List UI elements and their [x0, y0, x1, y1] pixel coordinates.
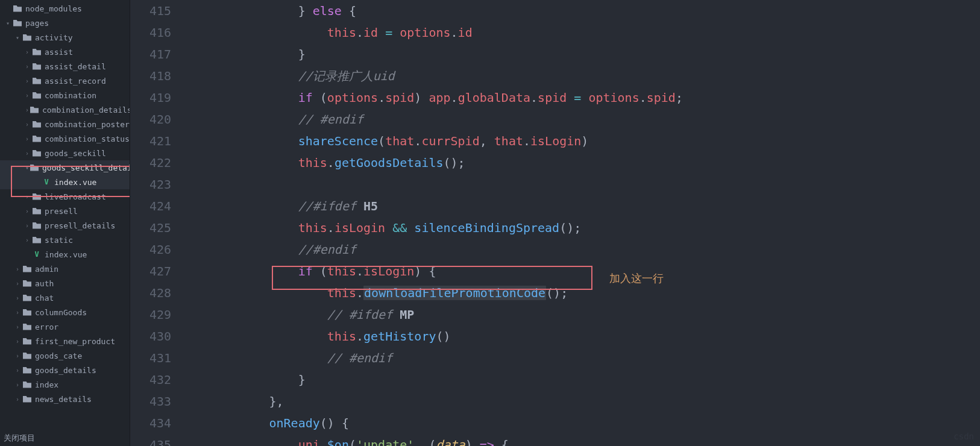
tree-item-auth[interactable]: ›auth	[0, 276, 130, 291]
tree-item-label: presell_details	[45, 221, 115, 230]
tree-item-news-details[interactable]: ›news_details	[0, 392, 130, 406]
expand-arrow-icon[interactable]: ›	[16, 396, 22, 403]
expand-arrow-icon[interactable]: ›	[16, 295, 22, 301]
line-number-gutter: 4154164174184194204214224234244254264274…	[130, 0, 182, 446]
tree-item-goods-details[interactable]: ›goods_details	[0, 363, 130, 377]
code-line-l416[interactable]: this.id = options.id	[182, 22, 980, 43]
watermark: csdn	[953, 432, 974, 441]
tree-item-combination-poster[interactable]: ›combination_poster	[0, 117, 130, 131]
expand-arrow-icon[interactable]: ›	[25, 222, 31, 229]
close-project-label[interactable]: 关闭项目	[0, 430, 130, 446]
folder-icon	[23, 337, 31, 345]
folder-icon	[13, 19, 22, 27]
tree-item-assist[interactable]: ›assist	[0, 45, 130, 59]
annotation-text: 加入这一行	[609, 271, 664, 286]
tree-item-index-vue[interactable]: Vindex.vue	[0, 247, 130, 262]
code-line-l433[interactable]: },	[182, 391, 980, 412]
tree-item-combination-details[interactable]: ›combination_details	[0, 102, 130, 117]
tree-item-label: pages	[25, 19, 49, 28]
tree-item-liveBroadcast[interactable]: ›liveBroadcast	[0, 189, 130, 204]
expand-arrow-icon[interactable]: ›	[16, 367, 22, 374]
code-line-l428[interactable]: this.downloadFilePromotionCode();	[182, 282, 980, 304]
expand-arrow-icon[interactable]: ›	[25, 193, 31, 200]
code-line-l421[interactable]: shareScence(that.currSpid, that.isLogin)	[182, 130, 980, 152]
code-line-l430[interactable]: this.getHistory()	[182, 325, 980, 347]
code-line-l418[interactable]: //记录推广人uid	[182, 65, 980, 87]
code-line-l415[interactable]: } else {	[182, 0, 980, 22]
tree-item-label: combination	[45, 91, 96, 100]
expand-arrow-icon[interactable]: ▾	[25, 165, 29, 171]
tree-item-node-modules[interactable]: node_modules	[0, 1, 130, 16]
expand-arrow-icon[interactable]: ›	[25, 121, 31, 128]
code-line-l425[interactable]: this.isLogin && silenceBindingSpread();	[182, 217, 980, 239]
code-editor[interactable]: 4154164174184194204214224234244254264274…	[130, 0, 980, 446]
expand-arrow-icon[interactable]: ▾	[16, 34, 22, 41]
code-line-l424[interactable]: //#ifdef H5	[182, 195, 980, 217]
expand-arrow-icon[interactable]: ›	[25, 63, 31, 70]
code-line-l431[interactable]: // #endif	[182, 347, 980, 369]
tree-item-chat[interactable]: ›chat	[0, 291, 130, 305]
expand-arrow-icon[interactable]: ›	[16, 309, 22, 316]
tree-item-label: index	[35, 380, 58, 389]
code-line-l426[interactable]: //#endif	[182, 239, 980, 260]
expand-arrow-icon[interactable]: ›	[25, 208, 31, 215]
folder-icon	[33, 77, 41, 85]
code-line-l417[interactable]: }	[182, 43, 980, 65]
expand-arrow-icon[interactable]: ›	[16, 266, 22, 272]
tree-item-label: goods_cate	[35, 351, 82, 360]
line-number: 429	[130, 304, 171, 325]
file-explorer-sidebar: node_modules▾pages▾activity›assist›assis…	[0, 0, 130, 446]
code-line-l419[interactable]: if (options.spid) app.globalData.spid = …	[182, 87, 980, 108]
expand-arrow-icon[interactable]: ›	[25, 107, 29, 113]
expand-arrow-icon[interactable]: ›	[16, 338, 22, 345]
code-content[interactable]: } else { this.id = options.id } //记录推广人u…	[182, 0, 980, 446]
tree-item-static[interactable]: ›static	[0, 233, 130, 247]
expand-arrow-icon[interactable]: ›	[25, 136, 31, 142]
tree-item-pages[interactable]: ▾pages	[0, 16, 130, 30]
expand-arrow-icon[interactable]: ›	[16, 353, 22, 359]
expand-arrow-icon[interactable]: ›	[16, 280, 22, 287]
folder-icon	[23, 33, 31, 42]
tree-item-label: assist_record	[45, 77, 106, 86]
tree-item-error[interactable]: ›error	[0, 319, 130, 334]
code-line-l429[interactable]: // #ifdef MP	[182, 304, 980, 325]
line-number: 420	[130, 108, 171, 130]
tree-item-combination-status[interactable]: ›combination_status	[0, 131, 130, 146]
code-line-l420[interactable]: // #endif	[182, 108, 980, 130]
expand-arrow-icon[interactable]: ›	[25, 150, 31, 157]
tree-item-index[interactable]: ›index	[0, 377, 130, 392]
tree-item-assist-detail[interactable]: ›assist_detail	[0, 59, 130, 74]
tree-item-combination[interactable]: ›combination	[0, 88, 130, 102]
tree-item-goods-cate[interactable]: ›goods_cate	[0, 348, 130, 363]
tree-item-index-vue[interactable]: Vindex.vue	[0, 175, 130, 189]
tree-item-first-new-product[interactable]: ›first_new_product	[0, 334, 130, 348]
expand-arrow-icon[interactable]: ›	[25, 49, 31, 55]
code-line-l435[interactable]: uni.$on('update', (data) => {	[182, 434, 980, 446]
tree-item-presell-details[interactable]: ›presell_details	[0, 218, 130, 233]
tree-item-presell[interactable]: ›presell	[0, 204, 130, 218]
expand-arrow-icon[interactable]: ▾	[6, 20, 12, 27]
code-line-l432[interactable]: }	[182, 369, 980, 391]
folder-icon	[23, 265, 31, 273]
tree-item-columnGoods[interactable]: ›columnGoods	[0, 305, 130, 319]
expand-arrow-icon[interactable]: ›	[25, 92, 31, 99]
expand-arrow-icon[interactable]: ›	[25, 237, 31, 243]
expand-arrow-icon[interactable]: ›	[16, 382, 22, 388]
folder-icon	[23, 294, 31, 302]
expand-arrow-icon[interactable]: ›	[25, 78, 31, 84]
tree-item-goods-seckill[interactable]: ›goods_seckill	[0, 146, 130, 160]
tree-item-label: index.vue	[45, 250, 87, 259]
folder-icon	[23, 380, 31, 389]
tree-item-goods-seckill-details[interactable]: ▾goods_seckill_details	[0, 160, 130, 175]
tree-item-admin[interactable]: ›admin	[0, 262, 130, 276]
tree-item-label: goods_details	[35, 366, 96, 375]
tree-item-activity[interactable]: ▾activity	[0, 30, 130, 45]
tree-item-label: admin	[35, 265, 58, 274]
expand-arrow-icon[interactable]: ›	[16, 324, 22, 330]
tree-item-label: goods_seckill_details	[42, 163, 130, 172]
code-line-l423[interactable]	[182, 174, 980, 195]
code-line-l427[interactable]: if (this.isLogin) {	[182, 260, 980, 282]
code-line-l434[interactable]: onReady() {	[182, 412, 980, 434]
code-line-l422[interactable]: this.getGoodsDetails();	[182, 152, 980, 174]
tree-item-assist-record[interactable]: ›assist_record	[0, 74, 130, 88]
